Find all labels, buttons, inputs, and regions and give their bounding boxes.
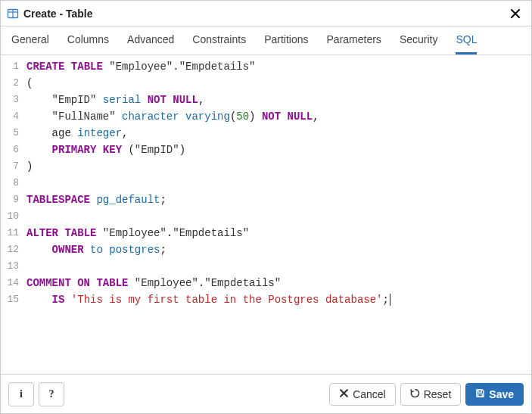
- line-number: 5: [1, 125, 19, 142]
- tab-columns[interactable]: Columns: [67, 26, 109, 54]
- recycle-icon: [410, 388, 420, 400]
- sql-editor[interactable]: 1 2 3 4 5 6 7 8 9 10 11 12 13 14 15 CREA…: [1, 55, 531, 374]
- text-cursor: [390, 294, 390, 306]
- line-number: 8: [1, 175, 19, 191]
- tab-sql[interactable]: SQL: [456, 26, 477, 54]
- tab-general[interactable]: General: [11, 26, 49, 54]
- line-number: 1: [1, 58, 19, 75]
- line-number: 10: [1, 208, 19, 225]
- line-number: 4: [1, 108, 19, 125]
- table-icon: [7, 8, 19, 20]
- info-button[interactable]: i: [8, 382, 34, 406]
- help-button[interactable]: ?: [39, 382, 64, 406]
- close-icon: [339, 388, 349, 400]
- line-number: 11: [1, 225, 19, 241]
- line-number: 3: [1, 92, 19, 108]
- save-icon: [475, 388, 485, 400]
- svg-rect-4: [478, 394, 483, 397]
- footer: i ? Cancel Reset Save: [1, 374, 531, 413]
- svg-rect-3: [478, 389, 482, 391]
- line-number: 14: [1, 275, 19, 291]
- save-button[interactable]: Save: [465, 383, 524, 406]
- tab-parameters[interactable]: Parameters: [327, 26, 381, 54]
- cancel-button[interactable]: Cancel: [329, 383, 396, 406]
- tab-security[interactable]: Security: [400, 26, 438, 54]
- line-number: 7: [1, 158, 19, 175]
- line-number: 12: [1, 241, 19, 258]
- code-content[interactable]: CREATE TABLE "Employee"."Empdetails"( "E…: [23, 55, 531, 374]
- tab-partitions[interactable]: Partitions: [264, 26, 308, 54]
- titlebar: Create - Table: [1, 1, 531, 26]
- line-number: 6: [1, 142, 19, 158]
- reset-button[interactable]: Reset: [400, 383, 462, 406]
- line-gutter: 1 2 3 4 5 6 7 8 9 10 11 12 13 14 15: [1, 55, 23, 374]
- tab-advanced[interactable]: Advanced: [127, 26, 174, 54]
- tabbar: General Columns Advanced Constraints Par…: [1, 26, 531, 55]
- line-number: 2: [1, 75, 19, 92]
- line-number: 9: [1, 191, 19, 208]
- line-number: 15: [1, 291, 19, 308]
- tab-constraints[interactable]: Constraints: [192, 26, 246, 54]
- dialog-title: Create - Table: [23, 8, 93, 20]
- close-button[interactable]: [507, 5, 524, 22]
- line-number: 13: [1, 258, 19, 275]
